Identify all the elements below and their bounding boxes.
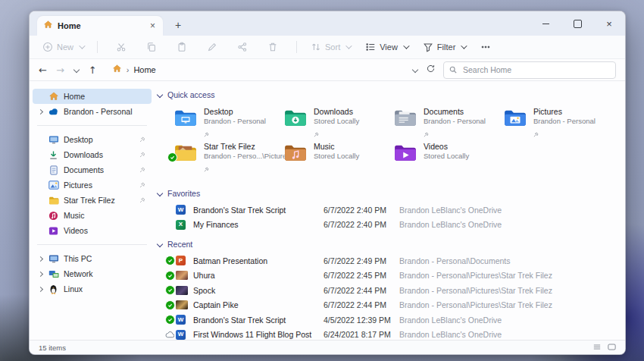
recent-list: P Batman Presentation 6/7/2022 2:49 PM B… bbox=[155, 253, 625, 342]
file-row[interactable]: X My Finances 6/7/2022 2:40 PM Brandon L… bbox=[155, 218, 625, 233]
sidebar-item-onedrive[interactable]: Brandon - Personal bbox=[33, 104, 152, 119]
image-thumbnail-icon bbox=[176, 271, 188, 280]
chevron-down-icon bbox=[345, 42, 352, 49]
pin-icon bbox=[204, 162, 290, 175]
network-icon bbox=[48, 268, 59, 280]
up-icon[interactable]: ↑ bbox=[89, 65, 97, 75]
pin-icon bbox=[139, 196, 145, 205]
sync-status-icon bbox=[165, 256, 176, 265]
breadcrumb-item[interactable]: Home bbox=[133, 65, 155, 74]
sidebar-item-videos[interactable]: Videos bbox=[33, 223, 152, 238]
sidebar-item-network[interactable]: Network bbox=[33, 266, 152, 281]
refresh-icon[interactable] bbox=[426, 63, 436, 77]
delete-button[interactable] bbox=[264, 39, 282, 55]
file-row[interactable]: P Batman Presentation 6/7/2022 2:49 PM B… bbox=[155, 253, 625, 268]
sync-status-icon bbox=[167, 152, 177, 162]
image-thumbnail-icon bbox=[176, 286, 188, 295]
desktop-icon bbox=[48, 134, 59, 146]
quick-access-tile[interactable]: Desktop Brandon - Personal bbox=[174, 105, 283, 140]
cut-button[interactable] bbox=[112, 39, 130, 55]
share-button[interactable] bbox=[233, 39, 252, 55]
tab-close-icon[interactable]: × bbox=[148, 21, 157, 30]
expand-chevron-icon[interactable] bbox=[37, 287, 43, 291]
maximize-button[interactable] bbox=[561, 11, 593, 36]
quick-access-tile[interactable]: Downloads Stored Locally bbox=[283, 105, 393, 140]
address-bar: ← → ↑ › Home bbox=[30, 59, 625, 81]
address-chevron-icon[interactable] bbox=[412, 67, 418, 73]
this-pc-icon bbox=[48, 253, 59, 265]
details-view-icon[interactable] bbox=[593, 344, 601, 352]
onedrive-cloud-icon bbox=[48, 106, 59, 118]
sidebar-item-documents[interactable]: Documents bbox=[33, 162, 152, 177]
photo-folder-icon bbox=[174, 143, 198, 162]
sort-button[interactable]: Sort bbox=[307, 39, 354, 55]
recent-locations-icon[interactable] bbox=[73, 67, 80, 73]
file-row[interactable]: Captain Pike 6/7/2022 2:44 PM Brandon - … bbox=[155, 298, 625, 313]
quick-access-tile[interactable]: Videos Stored Locally bbox=[393, 140, 503, 175]
back-icon[interactable]: ← bbox=[39, 65, 47, 75]
file-row[interactable]: W Brandon's Star Trek Script 6/7/2022 2:… bbox=[155, 202, 625, 218]
more-button[interactable] bbox=[477, 39, 495, 55]
search-icon bbox=[449, 63, 457, 77]
chevron-down-icon bbox=[157, 92, 163, 98]
large-icons-view-icon[interactable] bbox=[608, 344, 616, 352]
sidebar-item-music[interactable]: Music bbox=[33, 208, 152, 223]
quick-access-tile[interactable]: Documents Brandon - Personal bbox=[393, 105, 503, 140]
chevron-down-icon bbox=[157, 190, 163, 196]
powerpoint-file-icon: P bbox=[176, 256, 188, 265]
sync-status-icon bbox=[165, 300, 176, 310]
pin-icon bbox=[139, 135, 145, 144]
home-icon bbox=[43, 19, 53, 33]
quick-access-tile[interactable]: Pictures Brandon - Personal bbox=[503, 105, 613, 140]
search-input[interactable] bbox=[461, 64, 610, 75]
close-button[interactable]: × bbox=[593, 11, 625, 36]
section-header-favorites[interactable]: Favorites bbox=[158, 187, 625, 199]
videos-icon bbox=[48, 225, 59, 237]
pin-icon bbox=[139, 165, 145, 174]
quick-access-grid: Desktop Brandon - Personal Downloads Sto… bbox=[174, 105, 625, 175]
file-row[interactable]: W Brandon's Star Trek Script 4/5/2022 12… bbox=[155, 312, 625, 328]
folder-icon bbox=[48, 195, 59, 206]
new-button[interactable]: New bbox=[39, 39, 87, 55]
sidebar-item-this-pc[interactable]: This PC bbox=[33, 251, 152, 266]
quick-access-tile[interactable]: Music Stored Locally bbox=[283, 140, 393, 175]
rename-button[interactable] bbox=[203, 39, 221, 55]
view-button[interactable]: View bbox=[361, 39, 411, 55]
minimize-button[interactable] bbox=[530, 11, 561, 36]
tab-home[interactable]: Home × bbox=[37, 16, 163, 36]
pictures-icon bbox=[48, 180, 59, 191]
breadcrumb[interactable]: › Home bbox=[106, 61, 403, 78]
command-bar: New Sort View Filter bbox=[30, 36, 625, 59]
sidebar-item-downloads[interactable]: Downloads bbox=[33, 147, 152, 162]
file-row[interactable]: Uhura 6/7/2022 2:45 PM Brandon - Persona… bbox=[155, 268, 625, 284]
sidebar-item-star-trek-filez[interactable]: Star Trek Filez bbox=[33, 193, 152, 208]
copy-button[interactable] bbox=[142, 39, 161, 55]
filter-icon bbox=[423, 42, 433, 52]
word-file-icon: W bbox=[176, 330, 188, 340]
music-folder-icon bbox=[283, 143, 308, 162]
expand-chevron-icon[interactable] bbox=[37, 272, 43, 276]
new-icon bbox=[42, 42, 53, 52]
sidebar-item-linux[interactable]: Linux bbox=[33, 281, 152, 297]
filter-button[interactable]: Filter bbox=[419, 39, 469, 55]
tab-title: Home bbox=[58, 21, 144, 30]
navigation-pane: Home Brandon - Personal Desktop bbox=[30, 81, 155, 340]
toolbar-divider bbox=[296, 41, 297, 53]
forward-icon[interactable]: → bbox=[56, 65, 64, 75]
file-row[interactable]: Spock 6/7/2022 2:44 PM Brandon - Persona… bbox=[155, 283, 625, 298]
sidebar-divider bbox=[37, 125, 147, 126]
sidebar-item-home[interactable]: Home bbox=[33, 89, 152, 104]
section-header-quick-access[interactable]: Quick access bbox=[158, 89, 625, 101]
search-box[interactable] bbox=[443, 61, 616, 79]
new-tab-button[interactable]: + bbox=[169, 16, 187, 34]
sidebar-item-desktop[interactable]: Desktop bbox=[33, 132, 152, 147]
expand-chevron-icon[interactable] bbox=[37, 257, 43, 261]
quick-access-tile[interactable]: Star Trek Filez Brandon - Perso...\Pictu… bbox=[174, 140, 283, 175]
downloads-icon bbox=[48, 149, 59, 161]
section-header-recent[interactable]: Recent bbox=[158, 238, 625, 250]
paste-button[interactable] bbox=[173, 39, 191, 55]
tab-bar: Home × + × bbox=[30, 11, 625, 36]
sidebar-item-pictures[interactable]: Pictures bbox=[33, 177, 152, 193]
expand-chevron-icon[interactable] bbox=[37, 110, 43, 114]
file-row[interactable]: W First Windows 11 Flight Blog Post 6/24… bbox=[155, 328, 625, 343]
